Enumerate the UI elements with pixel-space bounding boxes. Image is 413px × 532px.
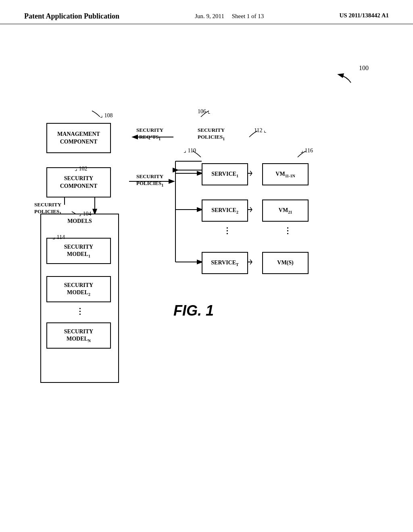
service-t-box: SERVICET	[202, 252, 248, 274]
service-1-box: SERVICE1	[202, 163, 248, 185]
ref-116-label: ⌟ 116	[300, 147, 313, 154]
date-sheet-label: Jun. 9, 2011 Sheet 1 of 13	[195, 12, 264, 21]
security-model-n-box: SECURITYMODELN	[46, 322, 111, 349]
vm-11-1n-box: VM11-1N	[262, 163, 309, 185]
security-policies-top-label: SECURITYPOLICIES1	[198, 127, 225, 141]
dots-service: ⋮	[223, 226, 231, 235]
ref-108-label: ⌟ 108	[100, 112, 113, 119]
models-label: MODELS	[67, 218, 92, 225]
svg-line-18	[250, 262, 252, 264]
security-model-2-box: SECURITYMODEL2	[46, 276, 111, 302]
security-reqs-label: SECURITYREQ’TS1	[136, 127, 163, 141]
patent-number-label: US 2011/138442 A1	[339, 12, 389, 19]
diagram-area: 100	[0, 24, 413, 524]
svg-line-7	[250, 171, 252, 173]
ref-110-label: ⌟ 110	[184, 147, 196, 154]
ref-100-label: 100	[359, 64, 369, 72]
security-policies-mid-label: SECURITYPOLICIES1	[136, 173, 163, 187]
ref-104-label: ⌟ 104	[79, 210, 92, 217]
svg-line-8	[250, 173, 252, 176]
ref-112-label: 112 ⌞	[254, 127, 267, 134]
sheet-label: Sheet 1 of 13	[232, 13, 264, 19]
security-label: SECURITYCOMPONENT	[60, 175, 98, 189]
dots-vm: ⋮	[284, 226, 292, 235]
dots-models: ⋮	[76, 306, 85, 316]
page-header: Patent Application Publication Jun. 9, 2…	[0, 0, 413, 24]
ref-106-label: 106 ⌞	[198, 108, 211, 115]
svg-line-12	[250, 207, 252, 210]
svg-line-17	[250, 260, 252, 262]
vm-21-box: VM21	[262, 200, 309, 222]
ref-114-label: ⌟ 114	[52, 234, 65, 241]
figure-label: FIG. 1	[173, 302, 214, 319]
svg-line-13	[250, 210, 252, 212]
management-label: MANAGEMENTCOMPONENT	[57, 131, 100, 145]
date-label: Jun. 9, 2011	[195, 13, 224, 19]
publication-label: Patent Application Publication	[24, 12, 119, 21]
management-component-box: MANAGEMENTCOMPONENT	[46, 123, 111, 153]
vm-s-box: VM(S)	[262, 252, 309, 274]
ref-102-label: ⌟ 102	[75, 165, 88, 172]
security-model-1-box: SECURITYMODEL1	[46, 238, 111, 264]
service-2-box: SERVICE2	[202, 200, 248, 222]
